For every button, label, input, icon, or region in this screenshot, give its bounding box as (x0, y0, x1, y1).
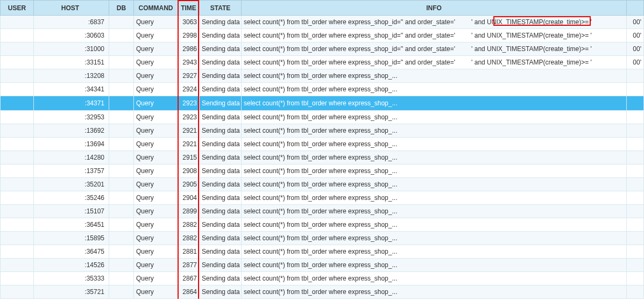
cell-host: :14526 (34, 259, 109, 272)
col-header-user[interactable]: USER (1, 1, 34, 16)
table-row[interactable]: :15107Query2899Sending dataselect count(… (1, 205, 644, 218)
cell-user (1, 69, 34, 83)
cell-host: :33151 (34, 56, 109, 69)
table-row[interactable]: :35333Query2867Sending dataselect count(… (1, 272, 644, 285)
col-header-command[interactable]: COMMAND (134, 1, 178, 16)
cell-db (109, 29, 134, 42)
cell-user (1, 56, 34, 69)
cell-tail (627, 111, 644, 124)
table-row[interactable]: :36475Query2881Sending dataselect count(… (1, 245, 644, 259)
cell-db (109, 178, 134, 191)
info-unix-timestamp: UNIX_TIMESTAMP(create_time) (487, 32, 581, 39)
cell-time: 2943 (178, 56, 200, 69)
info-unix-timestamp: UNIX_TIMESTAMP(create_time) (487, 59, 581, 66)
col-header-time[interactable]: TIME (178, 1, 200, 16)
table-row[interactable]: :35201Query2905Sending dataselect count(… (1, 178, 644, 191)
cell-command: Query (134, 178, 178, 191)
cell-state: Sending data (200, 245, 242, 259)
table-row[interactable]: :13757Query2908Sending dataselect count(… (1, 164, 644, 178)
table-row[interactable]: :34341Query2924Sending dataselect count(… (1, 83, 644, 96)
cell-tail (627, 218, 644, 232)
table-row[interactable]: :15895Query2882Sending dataselect count(… (1, 232, 644, 245)
cell-state: Sending data (200, 178, 242, 191)
cell-state: Sending data (200, 56, 242, 69)
table-row[interactable]: :34371Query2923Sending dataselect count(… (1, 96, 644, 111)
cell-user (1, 29, 34, 42)
cell-command: Query (134, 56, 178, 69)
cell-user (1, 285, 34, 299)
info-text: select count(*) from tbl_order where exp… (244, 59, 455, 66)
table-row[interactable]: :14526Query2877Sending dataselect count(… (1, 259, 644, 272)
cell-host: :36475 (34, 245, 109, 259)
cell-host: :31000 (34, 42, 109, 56)
cell-host: :35333 (34, 272, 109, 285)
cell-user (1, 178, 34, 191)
cell-state: Sending data (200, 29, 242, 42)
cell-info: select count(*) from tbl_order where exp… (242, 56, 627, 69)
table-row[interactable]: :13692Query2921Sending dataselect count(… (1, 124, 644, 138)
cell-tail (627, 151, 644, 164)
cell-db (109, 232, 134, 245)
table-row[interactable]: :13694Query2921Sending dataselect count(… (1, 138, 644, 151)
cell-tail (627, 124, 644, 138)
cell-host: :15895 (34, 232, 109, 245)
cell-host: :13208 (34, 69, 109, 83)
cell-user (1, 151, 34, 164)
cell-state: Sending data (200, 259, 242, 272)
cell-info: select count(*) from tbl_order where exp… (242, 96, 627, 111)
table-row[interactable]: :32953Query2923Sending dataselect count(… (1, 111, 644, 124)
table-row[interactable]: :35246Query2904Sending dataselect count(… (1, 191, 644, 205)
cell-db (109, 205, 134, 218)
cell-tail (627, 164, 644, 178)
cell-db (109, 259, 134, 272)
cell-command: Query (134, 16, 178, 29)
table-row[interactable]: :30603Query2998Sending dataselect count(… (1, 29, 644, 42)
info-text: >= ' (581, 59, 592, 66)
cell-host: :34371 (34, 96, 109, 111)
process-list-table: USER HOST DB COMMAND TIME STATE INFO :68… (0, 0, 644, 299)
cell-tail (627, 191, 644, 205)
table-header-row: USER HOST DB COMMAND TIME STATE INFO (1, 1, 644, 16)
cell-info: select count(*) from tbl_order where exp… (242, 259, 627, 272)
cell-command: Query (134, 151, 178, 164)
cell-user (1, 83, 34, 96)
info-text: >= ' (581, 45, 592, 53)
cell-info: select count(*) from tbl_order where exp… (242, 232, 627, 245)
table-row[interactable]: :14280Query2915Sending dataselect count(… (1, 151, 644, 164)
col-header-host[interactable]: HOST (34, 1, 109, 16)
cell-command: Query (134, 124, 178, 138)
cell-state: Sending data (200, 111, 242, 124)
cell-user (1, 232, 34, 245)
table-row[interactable]: :33151Query2943Sending dataselect count(… (1, 56, 644, 69)
cell-host: :14280 (34, 151, 109, 164)
cell-time: 2921 (178, 138, 200, 151)
col-header-db[interactable]: DB (109, 1, 134, 16)
cell-user (1, 111, 34, 124)
cell-host: :6837 (34, 16, 109, 29)
table-row[interactable]: :31000Query2986Sending dataselect count(… (1, 42, 644, 56)
cell-info: select count(*) from tbl_order where exp… (242, 178, 627, 191)
table-row[interactable]: :35721Query2864Sending dataselect count(… (1, 285, 644, 299)
cell-tail (627, 96, 644, 111)
cell-tail (627, 245, 644, 259)
cell-user (1, 42, 34, 56)
cell-command: Query (134, 111, 178, 124)
cell-command: Query (134, 29, 178, 42)
table-row[interactable]: :36451Query2882Sending dataselect count(… (1, 218, 644, 232)
cell-time: 2923 (178, 111, 200, 124)
cell-time: 2921 (178, 124, 200, 138)
info-text: select count(*) from tbl_order where exp… (244, 45, 455, 53)
cell-command: Query (134, 205, 178, 218)
col-header-state[interactable]: STATE (200, 1, 242, 16)
cell-host: :36451 (34, 218, 109, 232)
cell-db (109, 245, 134, 259)
cell-info: select count(*) from tbl_order where exp… (242, 245, 627, 259)
info-text: >= ' (581, 18, 592, 26)
info-text: select count(*) from tbl_order where exp… (244, 18, 455, 26)
col-header-info[interactable]: INFO (242, 1, 627, 16)
col-header-tail (627, 1, 644, 16)
table-row[interactable]: :13208Query2927Sending dataselect count(… (1, 69, 644, 83)
cell-time: 2904 (178, 191, 200, 205)
cell-info: select count(*) from tbl_order where exp… (242, 42, 627, 56)
table-row[interactable]: :6837Query3063Sending dataselect count(*… (1, 16, 644, 29)
